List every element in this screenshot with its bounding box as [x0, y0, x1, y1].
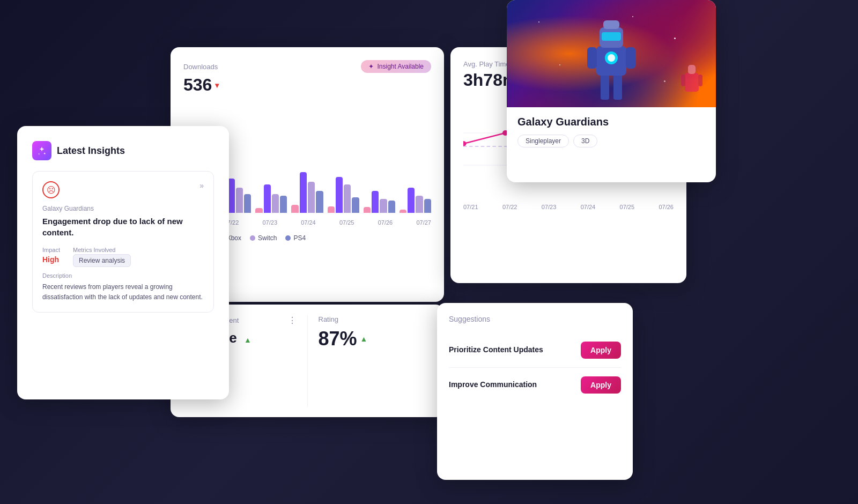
xbox-bar — [264, 184, 271, 213]
legend-label: Switch — [258, 234, 277, 242]
description-text: Recent reviews from players reveal a gro… — [42, 282, 204, 302]
bar-group — [328, 177, 359, 213]
steam-bar — [291, 205, 298, 213]
playtime-date-label: 07/25 — [620, 204, 635, 210]
downloads-value: 536 ▾ — [183, 75, 431, 95]
galaxy-tag-singleplayer: Singleplayer — [517, 135, 569, 147]
suggestion-item-1: Prioritize Content Updates Apply — [449, 333, 621, 368]
rating-label: Rating — [319, 315, 432, 323]
insight-headline: Engagement drop due to lack of new conte… — [42, 216, 204, 238]
insight-badge-text: Insight Available — [377, 63, 424, 70]
insight-badge-icon: ✦ — [368, 63, 374, 70]
bar-group — [400, 188, 431, 213]
playtime-date-label: 07/24 — [581, 204, 596, 210]
playtime-date-label: 07/26 — [659, 204, 674, 210]
svg-rect-20 — [685, 73, 699, 92]
insights-title: Latest Insights — [57, 145, 125, 157]
side-char-svg — [678, 57, 705, 100]
svg-rect-15 — [587, 47, 597, 69]
chart-date-label: 07/23 — [262, 219, 277, 226]
svg-rect-10 — [601, 73, 609, 100]
svg-rect-19 — [603, 20, 619, 29]
ps4-bar — [316, 191, 323, 213]
description-label: Description — [42, 272, 204, 279]
xbox-bar — [372, 191, 379, 213]
galaxy-tags: Singleplayer 3D — [517, 135, 705, 147]
impact-section: Impact High — [42, 247, 60, 264]
legend-item: Switch — [250, 234, 277, 242]
svg-point-14 — [608, 54, 615, 62]
expand-icon[interactable]: » — [199, 181, 204, 190]
suggestion-text-2: Improve Communication — [449, 380, 537, 390]
svg-rect-11 — [613, 73, 622, 100]
switch-bar — [344, 184, 351, 213]
galaxy-tag-3d: 3D — [573, 135, 597, 147]
rating-number: 87% — [319, 328, 357, 350]
chart-date-label: 07/26 — [378, 219, 393, 226]
svg-rect-22 — [681, 75, 685, 86]
bar-group — [255, 184, 287, 213]
impact-value: High — [42, 255, 60, 264]
suggestion-item-2: Improve Communication Apply — [449, 368, 621, 402]
galaxy-guardians-card: Galaxy Guardians Singleplayer 3D — [507, 0, 716, 182]
switch-bar — [236, 188, 243, 213]
steam-bar — [255, 208, 262, 213]
downloads-label: Downloads — [183, 63, 218, 71]
galaxy-title: Galaxy Guardians — [517, 116, 705, 128]
rating-section: Rating 87% ▲ — [308, 315, 432, 406]
switch-bar — [272, 194, 279, 213]
galaxy-info: Galaxy Guardians Singleplayer 3D — [507, 107, 716, 156]
ps4-bar — [388, 201, 395, 213]
metrics-label: Metrics Involved — [73, 247, 131, 253]
steam-bar — [364, 207, 371, 213]
galaxy-banner — [507, 0, 716, 107]
insight-game-name: Galaxy Guardians — [42, 205, 204, 212]
playtime-date-label: 07/22 — [502, 204, 517, 210]
playtime-date-label: 07/23 — [542, 204, 557, 210]
ps4-bar — [244, 194, 251, 213]
downloads-number: 536 — [183, 75, 212, 95]
xbox-bar — [408, 188, 415, 213]
xbox-bar — [300, 172, 307, 213]
downloads-trend-icon: ▾ — [215, 81, 219, 90]
ps4-bar — [352, 197, 359, 213]
switch-bar — [308, 182, 315, 213]
svg-rect-21 — [688, 65, 696, 74]
svg-rect-16 — [626, 47, 635, 69]
more-options-icon[interactable]: ⋮ — [288, 315, 297, 325]
legend-dot — [250, 235, 255, 241]
legend-dot — [285, 235, 291, 241]
insights-sparkle-icon — [32, 141, 51, 160]
insight-meta: Impact High Metrics Involved Review anal… — [42, 247, 204, 265]
svg-rect-23 — [698, 75, 702, 86]
ps4-bar — [280, 196, 287, 213]
insights-card: Latest Insights ☹ » Galaxy Guardians Eng… — [17, 126, 229, 399]
sentiment-trend-icon: ▲ — [244, 336, 252, 344]
rating-trend-icon: ▲ — [360, 335, 368, 343]
playtime-dates: 07/2107/2207/2307/2407/2507/26 — [463, 204, 674, 210]
review-analysis-button[interactable]: Review analysis — [73, 254, 131, 267]
chart-date-label: 07/24 — [301, 219, 316, 226]
legend-item: PS4 — [285, 234, 306, 242]
ps4-bar — [424, 199, 431, 213]
suggestions-card: Suggestions Prioritize Content Updates A… — [437, 303, 633, 480]
switch-bar — [380, 199, 387, 213]
hero-figure — [585, 9, 638, 107]
svg-rect-18 — [602, 32, 621, 41]
bar-group — [291, 172, 323, 213]
svg-point-3 — [463, 141, 466, 146]
rating-value: 87% ▲ — [319, 328, 432, 350]
playtime-date-label: 07/21 — [463, 204, 478, 210]
downloads-header: Downloads ✦ Insight Available — [183, 60, 431, 73]
apply-content-button[interactable]: Apply — [581, 342, 621, 359]
side-character — [678, 57, 705, 102]
suggestions-title: Suggestions — [449, 315, 621, 323]
chart-date-label: 07/25 — [339, 219, 354, 226]
insight-available-badge[interactable]: ✦ Insight Available — [361, 60, 431, 73]
steam-bar — [328, 206, 335, 213]
impact-label: Impact — [42, 247, 60, 253]
metrics-section: Metrics Involved Review analysis — [73, 247, 131, 265]
xbox-bar — [336, 177, 343, 213]
suggestion-text-1: Prioritize Content Updates — [449, 345, 543, 355]
apply-communication-button[interactable]: Apply — [581, 376, 621, 394]
